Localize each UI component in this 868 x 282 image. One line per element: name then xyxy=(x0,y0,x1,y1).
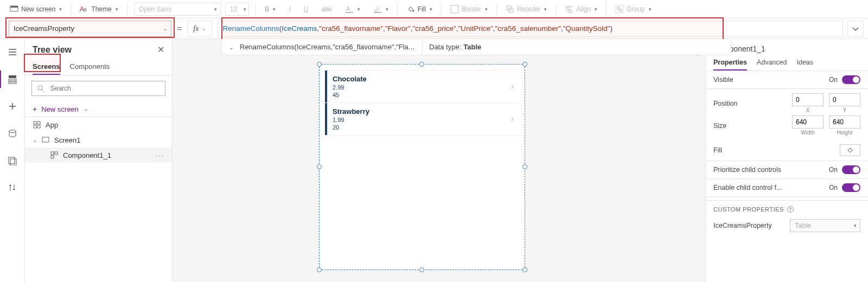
fill-swatch[interactable] xyxy=(840,144,860,156)
formula-expand-button[interactable] xyxy=(847,21,864,37)
svg-rect-38 xyxy=(42,137,49,142)
chevron-down-icon: ▾ xyxy=(854,223,857,228)
svg-rect-13 xyxy=(568,10,572,12)
font-size-select[interactable]: 12 ▾ xyxy=(225,3,249,16)
resize-handle[interactable] xyxy=(317,267,322,272)
chevron-down-icon[interactable]: ⌄ xyxy=(228,43,234,51)
fx-button[interactable]: fx ⌄ xyxy=(187,21,212,37)
svg-rect-27 xyxy=(10,159,16,165)
tree-item-component1-1[interactable]: Component1_1 ··· xyxy=(25,148,172,163)
tree-item-screen1[interactable]: ⌄ Screen1 xyxy=(25,132,172,148)
more-icon[interactable]: ··· xyxy=(155,151,164,159)
strike-button[interactable]: abc xyxy=(319,4,334,15)
group-button[interactable]: Group ▾ xyxy=(613,3,653,15)
new-screen-label: New screen xyxy=(41,105,79,113)
position-y-input[interactable] xyxy=(829,93,860,106)
tab-screens[interactable]: Screens xyxy=(33,59,60,75)
size-width-input[interactable] xyxy=(792,116,824,129)
border-label: Border xyxy=(462,5,481,13)
prioritize-toggle[interactable] xyxy=(842,165,860,174)
rail-tree-view[interactable] xyxy=(5,72,20,87)
close-icon[interactable]: ✕ xyxy=(157,44,164,55)
tree-item-app[interactable]: App xyxy=(25,117,172,132)
rail-data[interactable] xyxy=(5,126,20,141)
formula-input[interactable]: RenameColumns(IceCreams,"cra56_flavornam… xyxy=(218,21,843,37)
group-label: Group xyxy=(627,5,644,13)
rail-media[interactable] xyxy=(5,153,20,168)
canvas[interactable]: Chocolate 2.99 45 › Strawberry 1.99 20 ›… xyxy=(173,39,705,282)
property-selector[interactable]: IceCreamsProperty ⌄ xyxy=(9,21,171,37)
gallery-row[interactable]: Chocolate 2.99 45 › xyxy=(325,70,519,103)
border-button[interactable]: Border ▾ xyxy=(448,3,490,15)
tree-search-input[interactable] xyxy=(49,84,161,93)
height-label: Height xyxy=(837,130,853,136)
reorder-icon xyxy=(506,5,514,14)
component-on-canvas[interactable]: Chocolate 2.99 45 › Strawberry 1.99 20 › xyxy=(319,64,525,270)
svg-text:A: A xyxy=(346,5,350,12)
font-family-select[interactable]: Open Sans ▾ xyxy=(134,3,221,16)
custom-prop-name[interactable]: IceCreamsProperty xyxy=(713,222,772,229)
resize-handle[interactable] xyxy=(522,62,527,67)
size-height-input[interactable] xyxy=(829,116,860,129)
visible-toggle[interactable] xyxy=(842,75,860,84)
resize-handle[interactable] xyxy=(317,62,322,67)
prop-enable-child-label: Enable child control f... xyxy=(713,184,782,191)
chevron-down-icon[interactable]: ⌄ xyxy=(33,137,37,143)
property-selector-value: IceCreamsProperty xyxy=(14,24,74,33)
tree-item-label: Screen1 xyxy=(54,136,80,144)
rail-advanced-tools[interactable] xyxy=(5,180,20,195)
position-x-input[interactable] xyxy=(792,93,824,106)
resize-handle[interactable] xyxy=(317,164,322,169)
rail-hamburger[interactable] xyxy=(5,44,20,60)
tab-components[interactable]: Components xyxy=(70,59,110,75)
formula-hint-summary: RenameColumns(IceCreams,"cra56_flavornam… xyxy=(240,43,414,51)
underline-button[interactable]: U xyxy=(302,4,311,15)
bold-button[interactable]: B▾ xyxy=(263,4,278,15)
tab-advanced[interactable]: Advanced xyxy=(757,55,787,70)
prop-visible-label: Visible xyxy=(713,76,733,84)
chevron-right-icon[interactable]: › xyxy=(511,114,514,124)
fill-button[interactable]: Fill ▾ xyxy=(404,3,435,15)
info-icon[interactable]: ? xyxy=(787,206,794,213)
resize-handle[interactable] xyxy=(419,62,424,67)
custom-prop-type-select[interactable]: Table ▾ xyxy=(790,219,860,232)
resize-handle[interactable] xyxy=(522,164,527,169)
tree-search[interactable] xyxy=(31,81,165,96)
svg-rect-20 xyxy=(9,75,16,78)
resize-handle[interactable] xyxy=(419,267,424,272)
tab-ideas[interactable]: Ideas xyxy=(796,55,813,70)
italic-button[interactable]: I xyxy=(286,4,292,15)
highlight-button[interactable]: ▾ xyxy=(371,3,391,15)
svg-rect-41 xyxy=(51,156,54,158)
formula-hint-bar: ⌄ RenameColumns(IceCreams,"cra56_flavorn… xyxy=(221,39,731,55)
new-screen-label: New screen xyxy=(21,5,55,13)
svg-rect-6 xyxy=(374,12,381,13)
reorder-button[interactable]: Reorder ▾ xyxy=(503,3,549,15)
font-color-button[interactable]: A ▾ xyxy=(343,3,362,15)
enable-child-toggle[interactable] xyxy=(842,183,860,192)
theme-button[interactable]: Aa Theme ▾ xyxy=(78,3,120,15)
rail-insert[interactable] xyxy=(5,99,20,114)
align-button[interactable]: Align ▾ xyxy=(563,3,599,15)
new-screen-button[interactable]: New screen ▾ xyxy=(8,3,64,15)
svg-rect-26 xyxy=(9,157,15,164)
chevron-down-icon: ▾ xyxy=(59,7,62,12)
on-label: On xyxy=(829,76,838,84)
chevron-down-icon: ▾ xyxy=(116,7,118,12)
gallery-row[interactable]: Strawberry 1.99 20 › xyxy=(325,103,519,136)
formula-bar-row: IceCreamsProperty ⌄ = fx ⌄ RenameColumns… xyxy=(0,18,868,39)
svg-rect-12 xyxy=(566,8,570,10)
chevron-down-icon: ⌄ xyxy=(163,26,168,31)
svg-rect-21 xyxy=(9,79,16,81)
chevron-down-icon: ⌄ xyxy=(202,26,206,31)
chevron-right-icon[interactable]: › xyxy=(511,81,514,91)
tab-properties[interactable]: Properties xyxy=(713,55,747,70)
component-icon xyxy=(50,151,59,159)
new-screen-link[interactable]: + New screen ⌄ xyxy=(25,101,172,117)
theme-icon: Aa xyxy=(80,5,88,14)
svg-rect-15 xyxy=(617,7,620,9)
resize-handle[interactable] xyxy=(522,267,527,272)
svg-rect-1 xyxy=(10,6,18,8)
svg-point-25 xyxy=(9,130,16,133)
group-icon xyxy=(615,5,624,14)
